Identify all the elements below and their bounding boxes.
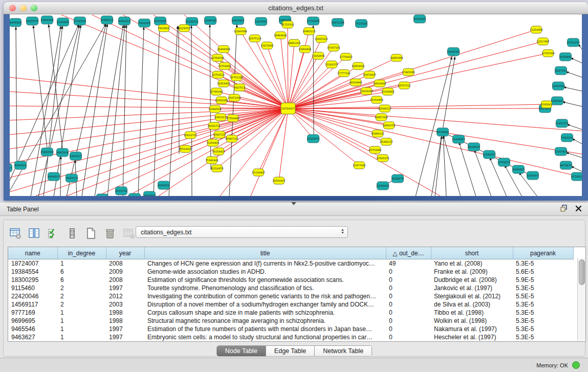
red-citation-edge[interactable] [10, 106, 288, 108]
black-citation-edge[interactable] [571, 166, 582, 171]
black-citation-edge[interactable] [572, 139, 582, 144]
table-cell: 9463627 [8, 333, 57, 341]
table-row[interactable]: 911546021997Tourette syndrome. Phenomeno… [8, 284, 573, 292]
graph-node-label: 20691406 [40, 18, 53, 21]
red-citation-edge[interactable] [288, 108, 582, 177]
red-citation-edge[interactable] [236, 77, 288, 108]
black-citation-edge[interactable] [313, 26, 314, 135]
new-table-icon[interactable] [84, 227, 98, 240]
graph-node-label: 42751120 [230, 76, 243, 79]
table-cell: 0 [386, 276, 431, 284]
black-citation-edge[interactable] [571, 58, 582, 63]
graph-node-label: 19384554 [208, 107, 221, 111]
tab-edge-table[interactable]: Edge Table [266, 346, 315, 356]
black-citation-edge[interactable] [229, 25, 237, 196]
window-titlebar[interactable]: citations_edges.txt [4, 2, 588, 14]
table-column-icon[interactable] [28, 227, 41, 240]
black-citation-edge[interactable] [138, 27, 144, 196]
table-row[interactable]: 946554611997Estimation of the future num… [8, 325, 573, 333]
red-citation-edge[interactable] [288, 41, 543, 108]
black-citation-edge[interactable] [435, 136, 442, 196]
graph-node-label: 12093522 [552, 84, 564, 87]
black-citation-edge[interactable] [16, 27, 17, 161]
column-header-pagerank[interactable]: pagerank [513, 247, 573, 259]
black-citation-edge[interactable] [60, 157, 61, 196]
red-citation-edge[interactable] [10, 77, 288, 108]
black-citation-edge[interactable] [95, 25, 123, 196]
table-row[interactable]: 1872400712008Changes of HCN gene express… [8, 259, 573, 268]
table-cell: 18724007 [8, 259, 57, 268]
table-row[interactable]: 1938455462009Genome-wide association stu… [8, 268, 573, 276]
black-citation-edge[interactable] [566, 152, 582, 158]
black-citation-edge[interactable] [179, 27, 179, 154]
table-row[interactable]: 2242004622012Investigating the contribut… [8, 292, 573, 300]
black-citation-edge[interactable] [563, 87, 582, 91]
network-canvas[interactable]: 1872400794063091403557220691406812529597… [10, 14, 582, 196]
select-all-icon[interactable] [47, 227, 60, 240]
graph-node-label: 16504417 [272, 179, 285, 182]
red-citation-edge[interactable] [123, 15, 288, 108]
close-panel-icon[interactable] [575, 205, 582, 214]
black-citation-edge[interactable] [43, 26, 62, 196]
black-citation-edge[interactable] [107, 25, 125, 196]
column-header-out-de-[interactable]: △ out_de… [386, 247, 431, 259]
table-row[interactable]: 969969511998Structural magnetic resonanc… [8, 317, 573, 325]
tab-network-table[interactable]: Network Table [315, 346, 372, 356]
column-header-year[interactable]: year [106, 247, 144, 259]
red-citation-edge[interactable] [288, 104, 547, 108]
table-settings-icon[interactable] [9, 227, 22, 240]
black-citation-edge[interactable] [566, 72, 582, 77]
table-vertical-scrollbar[interactable] [577, 258, 585, 341]
row-height-icon[interactable] [66, 227, 79, 240]
black-citation-edge[interactable] [169, 26, 178, 196]
table-cell: Investigating the contribution of common… [144, 292, 386, 300]
zoom-button[interactable] [31, 5, 37, 11]
minimize-button[interactable] [20, 5, 27, 11]
table-row[interactable]: 977716911998Corpus callosum shape and si… [8, 309, 573, 317]
black-citation-edge[interactable] [31, 26, 61, 196]
delete-attribute-icon[interactable] [103, 227, 117, 240]
graph-node-label: 13204931 [298, 48, 311, 51]
import-table-icon[interactable] [122, 227, 136, 240]
red-citation-edge[interactable] [288, 25, 288, 108]
splitter-handle[interactable] [291, 202, 296, 205]
column-header-title[interactable]: title [144, 247, 386, 259]
graph-node-label: 5905317 [70, 155, 81, 158]
black-citation-edge[interactable] [67, 24, 106, 196]
close-button[interactable] [9, 5, 16, 11]
red-citation-edge[interactable] [288, 48, 334, 108]
black-citation-edge[interactable] [123, 25, 126, 196]
node-table: namein_degreeyeartitle△ out_de…shortpage… [8, 247, 586, 342]
red-citation-edge[interactable] [288, 108, 440, 196]
black-citation-edge[interactable] [154, 25, 160, 196]
black-citation-edge[interactable] [38, 25, 79, 196]
table-cell: Disruption of a novel member of a sodium… [144, 300, 386, 309]
red-citation-edge[interactable] [288, 108, 582, 131]
table-row[interactable]: 1456911722003Disruption of a novel membe… [8, 300, 573, 309]
column-header-in-degree[interactable]: in_degree [57, 247, 106, 259]
black-citation-edge[interactable] [191, 26, 192, 196]
scrollbar-thumb[interactable] [579, 259, 585, 285]
black-citation-edge[interactable] [562, 102, 582, 106]
black-citation-edge[interactable] [82, 24, 107, 196]
table-cell: 1997 [106, 333, 144, 341]
tab-node-table[interactable]: Node Table [217, 346, 266, 356]
graph-node-label: 16854021 [352, 64, 364, 68]
red-citation-edge[interactable] [288, 108, 582, 154]
column-header-name[interactable]: name [8, 247, 57, 259]
citation-network-graph[interactable]: 1872400794063091403557220691406812529597… [10, 14, 582, 196]
black-citation-edge[interactable] [431, 57, 455, 196]
table-row[interactable]: 946362711997Embryonic stem cells: a mode… [8, 333, 573, 341]
table-cell: Changes of HCN gene expression and I(f) … [144, 259, 386, 268]
graph-node-label: 17845083 [402, 71, 415, 74]
black-citation-edge[interactable] [567, 124, 582, 129]
red-citation-edge[interactable] [288, 82, 356, 108]
red-citation-edge[interactable] [61, 15, 288, 108]
column-header-short[interactable]: short [431, 247, 513, 259]
red-citation-edge[interactable] [288, 43, 294, 108]
table-selector-dropdown[interactable]: citations_edges.txt ▲▼ [136, 226, 348, 238]
float-panel-icon[interactable] [560, 205, 568, 214]
graph-node[interactable] [97, 194, 108, 196]
black-citation-edge[interactable] [210, 25, 211, 169]
table-row[interactable]: 1830029562008Estimation of significance … [8, 276, 573, 284]
